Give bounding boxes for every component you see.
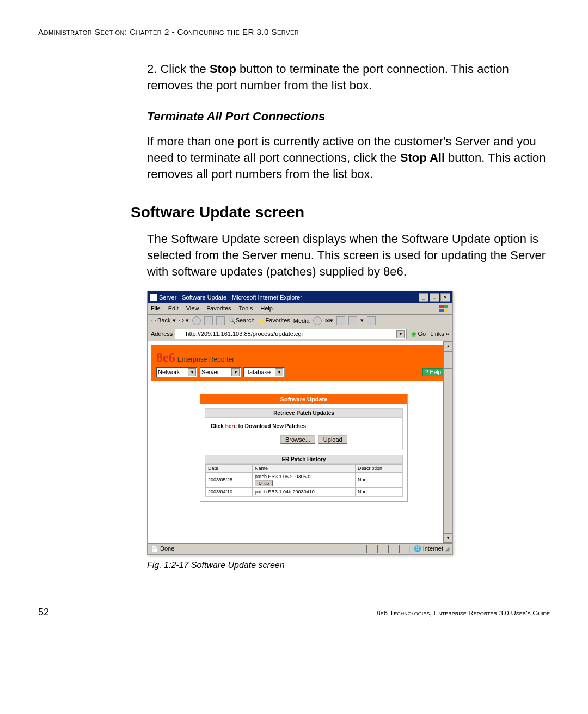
- refresh-icon[interactable]: [204, 316, 213, 325]
- status-done: 📄 Done: [151, 545, 174, 552]
- scroll-up-icon[interactable]: ▴: [444, 341, 452, 351]
- resize-grip-icon[interactable]: ◢: [445, 545, 449, 552]
- logo-8e6: 8e6: [156, 350, 175, 365]
- media-button[interactable]: Media: [293, 318, 310, 324]
- retrieve-section: Retrieve Patch Updates Click here to Dow…: [205, 408, 403, 450]
- nav-server-select[interactable]: Server▾: [200, 367, 241, 377]
- panel-title: Software Update: [200, 394, 407, 404]
- ie-titlebar: Server - Software Update - Microsoft Int…: [148, 291, 452, 303]
- discuss-icon[interactable]: [367, 316, 376, 325]
- footer-right: 8e6 Technologies, Enterprise Reporter 3.…: [377, 609, 550, 617]
- toolbar-more[interactable]: ▾: [360, 317, 364, 324]
- col-date: Date: [206, 464, 253, 472]
- upload-button[interactable]: Upload: [318, 435, 347, 444]
- back-button[interactable]: ⇦ Back ▾: [151, 317, 176, 324]
- app-header: 8e6 Enterprise Reporter Network▾ Server▾…: [151, 345, 449, 381]
- chevron-down-icon: ▾: [275, 368, 283, 376]
- browse-button[interactable]: Browse...: [280, 435, 315, 444]
- page-header: Administrator Section: Chapter 2 - Confi…: [38, 27, 550, 39]
- nav-network-select[interactable]: Network▾: [156, 367, 198, 377]
- col-name: Name: [253, 464, 356, 472]
- links-button[interactable]: Links »: [430, 331, 449, 337]
- download-link[interactable]: here: [225, 423, 237, 429]
- ie-toolbar: ⇦ Back ▾ ⇨ ▾ 🔍Search ⭐Favorites Media ✉▾…: [148, 315, 452, 327]
- menu-file[interactable]: File: [151, 305, 161, 313]
- scroll-down-icon[interactable]: ▾: [444, 533, 452, 543]
- scroll-thumb[interactable]: [444, 351, 452, 369]
- menu-favorites[interactable]: Favorites: [206, 305, 231, 313]
- col-desc: Description: [355, 464, 402, 472]
- maximize-button[interactable]: □: [430, 293, 439, 302]
- history-icon[interactable]: [313, 316, 322, 325]
- window-title: Server - Software Update - Microsoft Int…: [159, 294, 302, 301]
- download-line: Click here to Download New Patches: [211, 423, 397, 429]
- chevron-down-icon: ▾: [231, 368, 240, 376]
- mail-icon[interactable]: ✉▾: [325, 317, 333, 324]
- vertical-scrollbar[interactable]: ▴ ▾: [443, 341, 452, 543]
- page-number: 52: [38, 607, 49, 618]
- edit-icon[interactable]: [348, 316, 357, 325]
- step-2-text: 2. Click the Stop button to terminate th…: [147, 61, 550, 93]
- stop-icon[interactable]: [192, 316, 201, 325]
- menu-tools[interactable]: Tools: [239, 305, 253, 313]
- menu-help[interactable]: Help: [260, 305, 273, 313]
- file-path-input[interactable]: [211, 435, 277, 444]
- internet-zone: 🌐 Internet: [414, 545, 443, 552]
- go-button[interactable]: ◉Go: [409, 331, 428, 338]
- minimize-button[interactable]: _: [419, 293, 428, 302]
- retrieve-header: Retrieve Patch Updates: [205, 409, 402, 418]
- ie-status-bar: 📄 Done 🌐 Internet ◢: [148, 543, 452, 554]
- ie-icon: [150, 294, 157, 301]
- home-icon[interactable]: [216, 316, 225, 325]
- ie-address-bar: Address http://209.11.161.103:88/process…: [148, 327, 452, 341]
- subheading-terminate-all: Terminate All Port Connections: [147, 109, 550, 124]
- windows-logo-icon: [439, 305, 449, 313]
- page-footer: 52 8e6 Technologies, Enterprise Reporter…: [38, 603, 550, 618]
- history-table: Date Name Description 2003/05/28 patch.E…: [205, 464, 402, 496]
- para-terminate-all: If more than one port is currently activ…: [147, 133, 550, 182]
- logo-text: Enterprise Reporter: [177, 356, 235, 363]
- close-button[interactable]: ×: [440, 293, 450, 302]
- menu-view[interactable]: View: [186, 305, 199, 313]
- help-button[interactable]: ? Help: [422, 368, 444, 376]
- history-section: ER Patch History Date Name Description 2…: [205, 455, 403, 497]
- nav-database-select[interactable]: Database▾: [243, 367, 285, 377]
- figure-caption: Fig. 1:2-17 Software Update screen: [147, 560, 550, 570]
- address-label: Address: [151, 331, 173, 337]
- history-header: ER Patch History: [205, 455, 402, 464]
- heading-software-update: Software Update screen: [131, 204, 550, 221]
- menu-edit[interactable]: Edit: [168, 305, 179, 313]
- para-software-update: The Software Update screen displays when…: [147, 231, 550, 279]
- forward-button[interactable]: ⇨ ▾: [179, 317, 189, 324]
- software-update-panel: Software Update Retrieve Patch Updates C…: [200, 394, 408, 502]
- table-row: 2003/04/10 patch.ER3.1.04b.20030410 None: [206, 487, 402, 496]
- status-cells: [366, 545, 410, 553]
- browser-content: 8e6 Enterprise Reporter Network▾ Server▾…: [148, 341, 452, 543]
- ie-menu-bar: File Edit View Favorites Tools Help: [148, 303, 452, 315]
- undo-button[interactable]: Undo: [255, 480, 273, 486]
- address-dropdown-icon[interactable]: ▾: [396, 330, 405, 338]
- address-input[interactable]: http://209.11.161.103:88/process/update.…: [175, 329, 407, 339]
- search-button[interactable]: 🔍Search: [228, 317, 255, 324]
- table-row: 2003/05/28 patch.ER3.1.05.20030502Undo N…: [206, 472, 402, 487]
- print-icon[interactable]: [336, 316, 345, 325]
- favorites-button[interactable]: ⭐Favorites: [258, 317, 290, 324]
- screenshot-ie-window: Server - Software Update - Microsoft Int…: [147, 291, 453, 555]
- chevron-down-icon: ▾: [188, 368, 196, 376]
- page-icon: [177, 331, 184, 338]
